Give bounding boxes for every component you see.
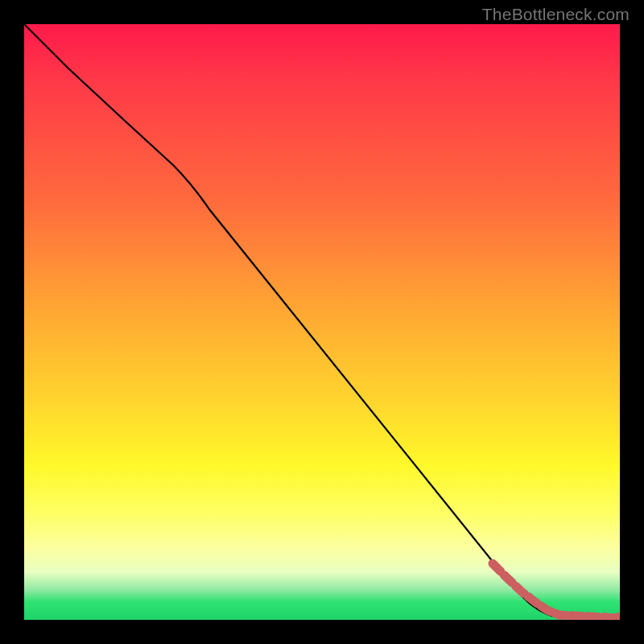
plot-area (24, 24, 620, 620)
watermark-label: TheBottleneck.com (482, 5, 630, 24)
gradient-background (24, 24, 620, 620)
chart-container: TheBottleneck.com (0, 0, 644, 644)
